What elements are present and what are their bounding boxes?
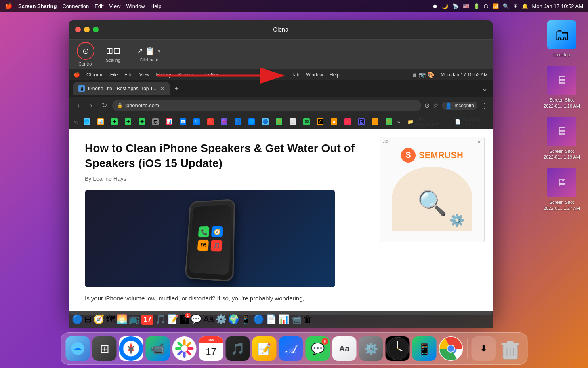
view-menu[interactable]: View [109,3,121,9]
dock-launchpad[interactable]: ⊞ [92,336,117,361]
bookmarks-more[interactable]: » [397,118,400,125]
bookmark-star-icon[interactable]: ☆ [433,102,439,109]
chrome-tab-active[interactable]: 📱 iPhone Life - Best Apps, Top T... ✕ [74,82,170,95]
bookmark-13[interactable]: 🌐 [246,118,257,126]
chrome-app-name[interactable]: Chrome [86,72,104,78]
bookmark-amazon[interactable]: a [328,118,340,126]
inner-excel-icon[interactable]: 📊 [278,314,289,325]
inner-zoom-icon[interactable]: 📹 [291,314,302,325]
bookmark-8[interactable]: 📧 [177,118,189,126]
dock-music[interactable]: 🎵 [226,336,250,361]
inner-tv-icon[interactable]: 📺 [129,314,140,325]
clipboard-button[interactable]: ↗ 📋 ▼ Clipboard [132,43,166,66]
inner-settings-icon[interactable]: ⚙️ [216,314,227,325]
inner-word-icon[interactable]: 📄 [266,314,277,325]
app-name-menu[interactable]: Screen Sharing [18,3,57,9]
bookmark-19[interactable]: 🔺 [342,118,353,126]
connection-menu[interactable]: Connection [62,3,89,9]
screenshot1-icon[interactable]: 🖥 Screen Shot2022-01...1.10 AM [544,66,580,109]
inner-maps-icon[interactable]: 🗺 [106,314,115,325]
bookmark-12[interactable]: 🔵 [232,118,244,126]
dock-dictionary[interactable]: Aa [332,336,357,361]
back-button[interactable]: ‹ [74,102,83,109]
chrome-view[interactable]: View [139,72,150,78]
dock-facetime[interactable]: 📹 [146,336,170,361]
dock-downloads[interactable]: ⬇ [472,336,496,361]
control-center-icon[interactable]: ⊞ [513,3,518,9]
chrome-edit[interactable]: Edit [124,72,133,78]
inner-music-icon[interactable]: 🎵 [155,314,166,325]
dock-messages[interactable]: 💬 8 [306,336,330,361]
inner-photos-icon[interactable]: 🌅 [116,314,127,325]
chrome-apple-menu[interactable]: 🍎 [74,72,80,78]
dock-safari[interactable] [119,336,143,361]
inner-appstore-icon[interactable]: 1 🅰 [180,314,189,325]
maximize-button[interactable] [93,27,99,32]
minimize-button[interactable] [84,27,90,32]
bookmark-7[interactable]: 📊 [164,118,175,126]
bookmark-10[interactable]: 🔴 [205,118,216,126]
bookmark-15[interactable]: 🟩 [273,118,285,126]
reading-list[interactable]: 📄 Reading List [452,115,488,128]
address-bar[interactable]: 🔒 iphonelife.com [112,100,421,111]
chrome-help-menu[interactable]: Help [330,72,340,78]
bookmark-22[interactable]: 🟢 [383,118,395,126]
inner-messages-icon[interactable]: 💬 [191,314,202,325]
inner-notes-icon[interactable]: 📝 [168,314,178,325]
scaling-button[interactable]: ⊞⊟ Scaling [101,42,125,66]
bookmark-2[interactable]: 📊 [95,118,106,126]
window-menu[interactable]: Window [126,3,145,9]
bookmark-1[interactable]: 🌐 [81,118,92,126]
inner-launchpad-icon[interactable]: ⊞ [84,314,92,325]
screenshot2-icon[interactable]: 🖥 Screen Shot2022-01...1.19 AM [544,117,580,160]
bookmark-4[interactable]: ✚ [122,118,134,126]
help-menu[interactable]: Help [151,3,162,9]
apple-menu[interactable]: 🍎 [5,2,13,10]
inner-dictionary-icon[interactable]: Aa [203,314,214,325]
inner-safari-icon[interactable]: 🧭 [93,314,104,325]
close-button[interactable] [75,27,81,32]
dock-finder[interactable] [66,336,90,361]
chrome-file[interactable]: File [110,72,118,78]
bookmark-9[interactable]: 🔷 [191,118,202,126]
notification-icon[interactable]: 🔔 [522,3,528,9]
dock-appstore[interactable]: 𝒜 [279,336,303,361]
dock-worldclock[interactable] [386,336,410,361]
dock-notes[interactable]: 📝 [252,336,277,361]
bookmark-6[interactable]: 🖼 [150,118,161,126]
tab-expand-button[interactable]: ⌄ [482,84,488,93]
control-button[interactable]: ⊙ [77,42,94,60]
desktop-folder-icon[interactable]: 🗂 Desktop [544,20,580,57]
refresh-button[interactable]: ↻ [99,102,109,109]
inner-trash-icon[interactable]: 🗑 [303,314,312,325]
chrome-more-button[interactable]: ⋮ [481,101,488,110]
forward-button[interactable]: › [86,102,96,109]
edit-menu[interactable]: Edit [94,3,103,9]
chrome-window-menu[interactable]: Window [306,72,323,78]
bookmark-3[interactable]: ✚ [109,118,120,126]
inner-screentime-icon[interactable]: 📱 [241,314,252,325]
search-icon[interactable]: 🔍 [503,3,509,9]
dock-screentime[interactable]: 📱 [412,336,437,361]
other-bookmarks[interactable]: 📁 Other Bookmarks [405,115,450,128]
dock-settings[interactable]: ⚙️ [359,336,383,361]
dock-chrome[interactable] [439,336,463,361]
bookmark-5[interactable]: ✚ [136,118,147,126]
bookmark-18[interactable]: 🅰 [315,118,326,126]
bookmark-14[interactable]: 🔵 [260,118,271,126]
inner-chrome-icon[interactable]: 🔵 [253,314,264,325]
dock-calendar[interactable]: JAN 17 [199,336,223,361]
inner-worldclock-icon[interactable]: 🌍 [228,314,239,325]
screenshot3-icon[interactable]: 🖥 Screen Shot2022-01...1.27 AM [544,168,580,211]
bookmark-20[interactable]: 🅆 [356,118,367,126]
inner-calendar-icon[interactable]: 17 [141,315,153,325]
bookmark-21[interactable]: 🟠 [370,118,381,126]
dock-trash[interactable] [498,336,523,361]
bookmark-17[interactable]: ✉ [301,118,312,126]
tab-close-button[interactable]: ✕ [160,85,165,92]
dock-photos[interactable] [172,336,197,361]
ad-close-button[interactable]: ✕ [477,139,481,145]
bookmark-11[interactable]: 🟣 [218,118,230,126]
bookmark-16[interactable]: ⬜ [287,118,298,126]
inner-finder-icon[interactable]: 🔵 [72,314,83,325]
